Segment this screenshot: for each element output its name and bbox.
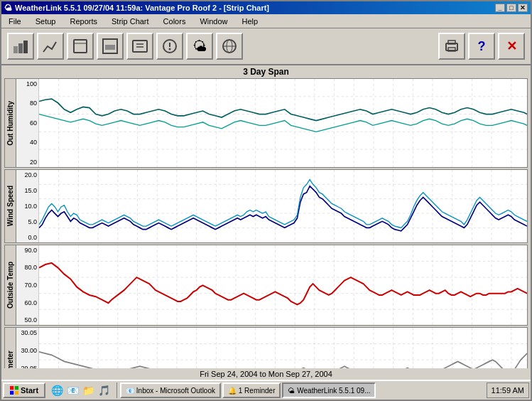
windows-icon [10, 386, 18, 395]
menu-strip-chart[interactable]: Strip Chart [107, 16, 153, 27]
toolbar: 🌤 ? ✕ [1, 28, 531, 65]
taskbar-icon-media[interactable]: 🎵 [97, 383, 111, 397]
svg-rect-1 [18, 43, 23, 53]
reminder-icon: 🔔 [228, 387, 237, 395]
baro-svg [39, 328, 527, 368]
temp-label[interactable]: Outside Temp [5, 245, 16, 326]
toolbar-btn-3[interactable] [67, 33, 94, 60]
svg-point-12 [169, 48, 171, 50]
svg-rect-131 [10, 386, 13, 390]
temp-y-axis: 90.0 80.0 70.0 60.0 50.0 [16, 245, 39, 326]
svg-rect-18 [448, 48, 455, 51]
baro-y-axis: 30.05 30.00 29.95 29.90 29.85 [16, 328, 39, 368]
taskbar-clock: 11:59 AM [487, 383, 529, 398]
chart-title: 3 Day Span [1, 65, 531, 78]
title-bar-controls: _ □ ✕ [495, 4, 528, 12]
baro-label[interactable]: Barometer [5, 328, 16, 368]
maximize-button[interactable]: □ [506, 4, 516, 12]
app-icon: 🌤 [4, 4, 12, 12]
date-range-label: Fri Sep 24, 2004 to Mon Sep 27, 2004 [1, 368, 531, 380]
humidity-label[interactable]: Out Humidity [5, 79, 16, 167]
toolbar-btn-6[interactable] [156, 33, 183, 60]
svg-rect-6 [105, 45, 115, 50]
title-bar-left: 🌤 WeatherLink 5.5.1 09/27/04 11:59a: Van… [4, 4, 269, 12]
wind-label[interactable]: Wind Speed [5, 170, 16, 242]
wind-chart [39, 170, 527, 242]
humidity-y-axis: 100 80 60 40 20 [16, 79, 39, 167]
toolbar-btn-1[interactable] [7, 33, 34, 60]
toolbar-btn-4[interactable] [97, 33, 124, 60]
svg-rect-133 [10, 391, 13, 395]
menu-setup[interactable]: Setup [31, 16, 60, 27]
title-bar: 🌤 WeatherLink 5.5.1 09/27/04 11:59a: Van… [1, 1, 531, 14]
menu-bar: File Setup Reports Strip Chart Colors Wi… [1, 14, 531, 28]
svg-rect-2 [23, 41, 28, 53]
toolbar-btn-5[interactable] [126, 33, 153, 60]
taskbar-icon-browser[interactable]: 🌐 [50, 383, 64, 397]
menu-colors[interactable]: Colors [159, 16, 190, 27]
baro-panel: Barometer 30.05 30.00 29.95 29.90 29.85 [4, 327, 528, 368]
wind-panel: Wind Speed 20.0 15.0 10.0 5.0 0.0 [4, 169, 528, 243]
svg-rect-17 [448, 41, 455, 44]
main-content: 3 Day Span Out Humidity 100 80 60 40 20 [1, 65, 531, 380]
toolbar-btn-close[interactable]: ✕ [498, 33, 525, 60]
humidity-svg [39, 79, 527, 167]
svg-rect-132 [15, 386, 18, 390]
wind-y-axis: 20.0 15.0 10.0 5.0 0.0 [16, 170, 39, 242]
start-button[interactable]: Start [3, 383, 45, 398]
weather-icon: 🌤 [288, 387, 295, 395]
menu-window[interactable]: Window [195, 16, 232, 27]
main-window: 🌤 WeatherLink 5.5.1 09/27/04 11:59a: Van… [0, 0, 532, 401]
temp-panel: Outside Temp 90.0 80.0 70.0 60.0 50.0 [4, 245, 528, 326]
temp-chart [39, 245, 527, 326]
taskbar-system-icons: 🌐 📧 📁 🎵 [47, 383, 114, 397]
humidity-panel: Out Humidity 100 80 60 40 20 [4, 78, 528, 168]
baro-chart [39, 328, 527, 368]
svg-rect-0 [13, 46, 18, 53]
minimize-button[interactable]: _ [495, 4, 505, 12]
temp-svg [39, 245, 527, 326]
menu-file[interactable]: File [4, 16, 26, 27]
close-button[interactable]: ✕ [518, 4, 528, 12]
toolbar-btn-globe[interactable] [216, 33, 243, 60]
toolbar-btn-print[interactable] [438, 33, 465, 60]
menu-reports[interactable]: Reports [65, 16, 102, 27]
toolbar-btn-weather[interactable]: 🌤 [186, 33, 213, 60]
humidity-chart [39, 79, 527, 167]
taskbar-btn-outlook[interactable]: 📧 Inbox - Microsoft Outlook [120, 383, 221, 398]
svg-rect-134 [15, 391, 18, 395]
taskbar: Start 🌐 📧 📁 🎵 📧 Inbox - Microsoft Outloo… [1, 380, 531, 400]
taskbar-icon-mail[interactable]: 📧 [65, 383, 80, 397]
svg-rect-3 [74, 40, 87, 53]
outlook-icon: 📧 [126, 387, 134, 395]
charts-area: Out Humidity 100 80 60 40 20 [1, 78, 531, 368]
menu-help[interactable]: Help [238, 16, 263, 27]
taskbar-icon-folder[interactable]: 📁 [81, 383, 95, 397]
toolbar-btn-help[interactable]: ? [468, 33, 495, 60]
taskbar-btn-reminder[interactable]: 🔔 1 Reminder [222, 383, 281, 398]
wind-svg [39, 170, 527, 242]
taskbar-btn-weatherlink[interactable]: 🌤 WeatherLink 5.5.1 09... [282, 383, 376, 398]
toolbar-btn-2[interactable] [37, 33, 64, 60]
svg-rect-7 [133, 41, 147, 52]
taskbar-separator [116, 383, 117, 398]
window-title: WeatherLink 5.5.1 09/27/04 11:59a: Vanta… [15, 4, 269, 12]
start-label: Start [21, 386, 38, 395]
